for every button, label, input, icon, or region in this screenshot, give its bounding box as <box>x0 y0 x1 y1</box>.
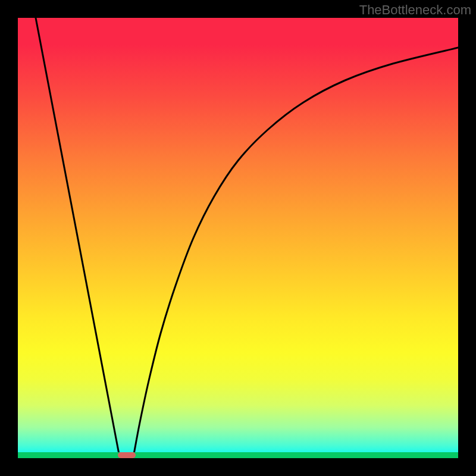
green-baseline <box>18 452 458 458</box>
chart-frame: TheBottleneck.com <box>0 0 476 476</box>
left-line-path <box>36 18 119 454</box>
bottleneck-marker <box>118 452 136 458</box>
curve-svg <box>18 18 458 458</box>
right-curve-path <box>134 48 458 454</box>
attribution-text: TheBottleneck.com <box>359 2 471 18</box>
plot-area <box>18 18 458 458</box>
